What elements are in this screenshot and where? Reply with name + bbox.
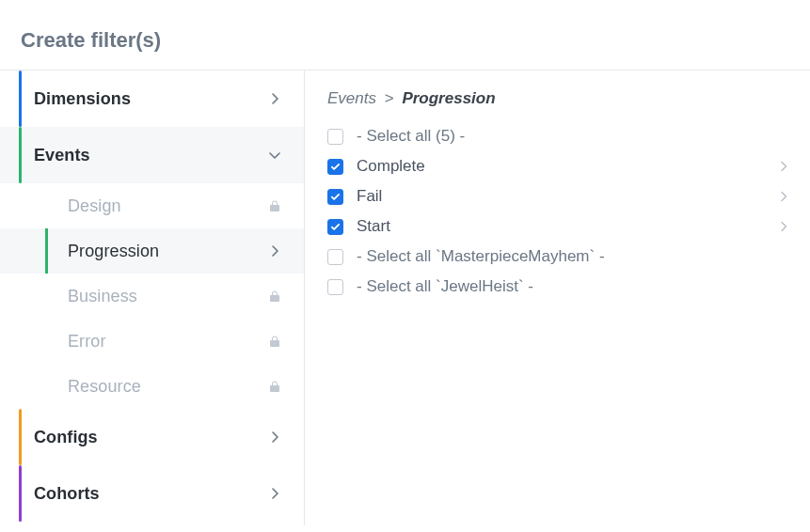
accent-bar bbox=[19, 465, 22, 522]
lock-icon bbox=[266, 197, 283, 214]
sidebar-item-dimensions[interactable]: Dimensions bbox=[0, 70, 304, 127]
breadcrumb: Events > Progression bbox=[327, 89, 787, 108]
checkbox[interactable] bbox=[327, 159, 343, 175]
sidebar-item-progression[interactable]: Progression bbox=[0, 228, 304, 274]
sidebar: Dimensions Events Design bbox=[0, 70, 305, 525]
sidebar-item-events[interactable]: Events bbox=[0, 127, 304, 183]
option-select-all-masterpiecemayhem[interactable]: - Select all `MasterpieceMayhem` - bbox=[327, 242, 787, 272]
option-label: - Select all (5) - bbox=[357, 127, 787, 146]
chevron-right-icon bbox=[780, 191, 787, 202]
chevron-right-icon bbox=[266, 243, 283, 259]
option-label: Complete bbox=[357, 157, 780, 176]
breadcrumb-sep: > bbox=[385, 89, 394, 107]
accent-bar bbox=[19, 70, 22, 127]
option-start[interactable]: Start bbox=[327, 211, 787, 242]
sidebar-item-cohorts[interactable]: Cohorts bbox=[0, 465, 304, 522]
sidebar-item-error[interactable]: Error bbox=[0, 319, 304, 364]
chevron-right-icon bbox=[780, 161, 787, 172]
checkbox[interactable] bbox=[327, 279, 343, 295]
lock-icon bbox=[266, 288, 283, 305]
sidebar-item-business[interactable]: Business bbox=[0, 274, 304, 319]
sidebar-item-label: Events bbox=[34, 146, 266, 165]
checkbox[interactable] bbox=[327, 189, 343, 205]
checkbox[interactable] bbox=[327, 129, 343, 145]
chevron-right-icon bbox=[266, 485, 283, 502]
dialog-body: Dimensions Events Design bbox=[0, 70, 810, 525]
sidebar-item-label: Resource bbox=[68, 377, 266, 397]
option-label: Fail bbox=[357, 187, 780, 206]
sidebar-item-label: Business bbox=[68, 287, 266, 306]
sidebar-item-label: Dimensions bbox=[34, 89, 266, 109]
lock-icon bbox=[266, 378, 283, 395]
content-panel: Events > Progression - Select all (5) - … bbox=[305, 70, 810, 525]
sidebar-item-label: Configs bbox=[34, 428, 266, 447]
breadcrumb-root: Events bbox=[327, 89, 376, 107]
option-select-all-jewelheist[interactable]: - Select all `JewelHeist` - bbox=[327, 272, 787, 302]
chevron-right-icon bbox=[266, 90, 283, 107]
options-list: - Select all (5) - Complete Fail bbox=[327, 121, 787, 302]
breadcrumb-current: Progression bbox=[402, 89, 495, 107]
option-fail[interactable]: Fail bbox=[327, 181, 787, 211]
sidebar-item-label: Cohorts bbox=[34, 484, 266, 504]
accent-bar bbox=[19, 127, 22, 183]
chevron-down-icon bbox=[266, 147, 283, 164]
checkbox[interactable] bbox=[327, 219, 343, 235]
sidebar-item-resource[interactable]: Resource bbox=[0, 364, 304, 409]
option-label: - Select all `JewelHeist` - bbox=[357, 277, 787, 296]
dialog-title: Create filter(s) bbox=[0, 17, 810, 70]
option-complete[interactable]: Complete bbox=[327, 151, 787, 181]
chevron-right-icon bbox=[780, 221, 787, 232]
sidebar-item-label: Error bbox=[68, 332, 266, 352]
sidebar-item-label: Progression bbox=[68, 242, 266, 261]
checkbox[interactable] bbox=[327, 249, 343, 265]
option-label: - Select all `MasterpieceMayhem` - bbox=[357, 247, 787, 266]
sidebar-item-label: Design bbox=[68, 196, 266, 216]
sidebar-item-configs[interactable]: Configs bbox=[0, 409, 304, 465]
accent-bar bbox=[45, 228, 48, 274]
sidebar-item-design[interactable]: Design bbox=[0, 183, 304, 228]
accent-bar bbox=[19, 409, 22, 465]
option-select-all[interactable]: - Select all (5) - bbox=[327, 121, 787, 151]
option-label: Start bbox=[357, 217, 780, 236]
lock-icon bbox=[266, 333, 283, 350]
chevron-right-icon bbox=[266, 429, 283, 446]
create-filters-dialog: Create filter(s) Dimensions Events bbox=[0, 0, 810, 525]
